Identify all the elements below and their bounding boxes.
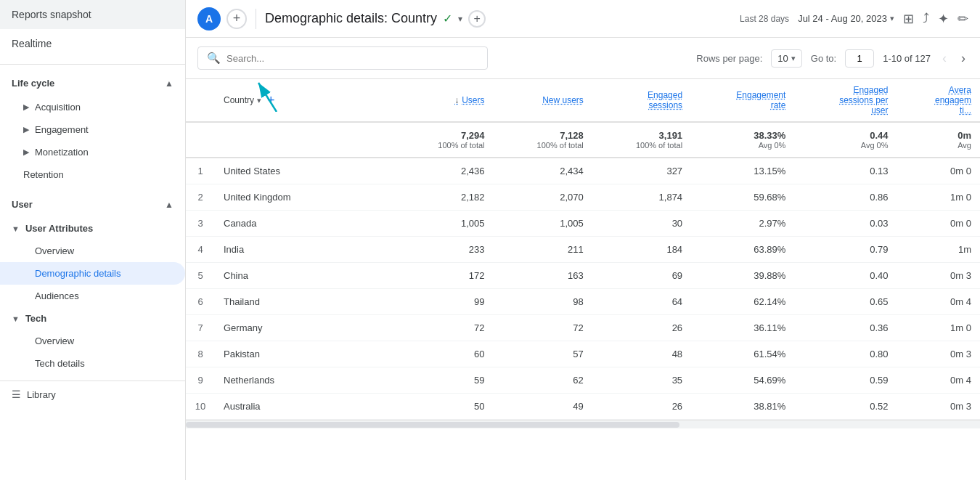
user-attributes-label: User Attributes	[25, 223, 93, 234]
table-toolbar: 🔍 Rows per page: 10 ▾ Go to: 1-10 of 127…	[186, 38, 980, 79]
sidebar-item-tech-overview[interactable]: Overview	[0, 330, 185, 352]
avatar[interactable]: A	[197, 7, 221, 30]
row-engaged-sessions: 26	[592, 394, 691, 420]
row-num: 8	[186, 341, 215, 367]
search-box[interactable]: 🔍	[197, 46, 488, 70]
row-users: 59	[394, 367, 493, 394]
row-users: 1,005	[394, 211, 493, 237]
col-header-engaged-sessions[interactable]: Engaged sessions	[592, 79, 691, 122]
row-users: 233	[394, 237, 493, 263]
row-users: 72	[394, 315, 493, 341]
row-country: Thailand	[215, 289, 394, 315]
row-new-users: 57	[494, 341, 592, 367]
row-new-users: 211	[494, 237, 592, 263]
row-engaged-sessions: 327	[592, 158, 691, 184]
sidebar: Reports snapshot Realtime Life cycle ▲ ▶…	[0, 0, 186, 480]
sidebar-item-retention[interactable]: Retention	[0, 163, 185, 186]
horizontal-scrollbar[interactable]	[186, 420, 980, 428]
col-header-new-users[interactable]: New users	[494, 79, 592, 122]
row-num: 10	[186, 394, 215, 420]
sidebar-item-monetization[interactable]: ▶ Monetization	[0, 141, 185, 163]
table-row: 7 Germany 72 72 26 36.11% 0.36 1m 0	[186, 315, 980, 341]
row-avg-engagement-time: 0m 3	[897, 341, 980, 367]
row-new-users: 2,434	[494, 158, 592, 184]
sidebar-lifecycle-header[interactable]: Life cycle ▲	[0, 70, 185, 96]
title-dropdown-icon[interactable]: ▾	[458, 14, 462, 24]
scrollbar-thumb[interactable]	[186, 422, 679, 428]
topbar: A + Demographic details: Country ✓ ▾ + L…	[186, 0, 980, 38]
search-input[interactable]	[226, 53, 478, 64]
prev-page-button[interactable]: ‹	[939, 49, 950, 68]
col-header-country-name[interactable]: Country ▾ +	[215, 79, 394, 122]
share-icon[interactable]: ⤴	[923, 11, 929, 26]
insights-icon[interactable]: ✦	[938, 11, 949, 27]
sidebar-item-engagement[interactable]: ▶ Engagement	[0, 118, 185, 141]
row-engaged-sessions-per-user: 0.59	[794, 367, 897, 394]
rows-per-page-select[interactable]: 10 ▾	[771, 49, 801, 68]
row-avg-engagement-time: 0m 4	[897, 289, 980, 315]
table-row: 1 United States 2,436 2,434 327 13.15% 0…	[186, 158, 980, 184]
totals-engagement-rate: 38.33% Avg 0%	[691, 122, 794, 158]
col-header-users[interactable]: ↓Users	[394, 79, 493, 122]
row-num: 1	[186, 158, 215, 184]
row-num: 2	[186, 184, 215, 211]
rows-per-page-label: Rows per page:	[696, 53, 762, 64]
row-new-users: 2,070	[494, 184, 592, 211]
row-engaged-sessions-per-user: 0.13	[794, 158, 897, 184]
sidebar-item-acquisition[interactable]: ▶ Acquisition	[0, 96, 185, 118]
add-comparison-button[interactable]: +	[226, 9, 247, 29]
svg-line-1	[258, 83, 277, 112]
acquisition-arrow-icon: ▶	[23, 102, 29, 112]
sidebar-user-label: User	[12, 199, 33, 210]
row-num: 6	[186, 289, 215, 315]
edit-icon[interactable]: ✏	[957, 11, 968, 27]
row-num: 4	[186, 237, 215, 263]
col-header-engagement-rate[interactable]: Engagement rate	[691, 79, 794, 122]
sidebar-item-tech-details[interactable]: Tech details	[0, 352, 185, 375]
sidebar-user-header[interactable]: User ▲	[0, 192, 185, 217]
row-num: 7	[186, 315, 215, 341]
sidebar-tech-section[interactable]: ▼ Tech	[0, 307, 185, 330]
sidebar-item-library[interactable]: ☰ Library	[0, 381, 185, 407]
col-header-avg-engagement-time[interactable]: Avera engagem ti...	[897, 79, 980, 122]
chart-view-icon[interactable]: ⊞	[903, 11, 914, 27]
row-engaged-sessions: 26	[592, 315, 691, 341]
row-country: Canada	[215, 211, 394, 237]
row-engaged-sessions-per-user: 0.80	[794, 341, 897, 367]
table-row: 6 Thailand 99 98 64 62.14% 0.65 0m 4	[186, 289, 980, 315]
row-country: Germany	[215, 315, 394, 341]
date-range-picker[interactable]: Jul 24 - Aug 20, 2023 ▾	[798, 13, 894, 24]
col-header-engaged-sessions-per-user[interactable]: Engaged sessions per user	[794, 79, 897, 122]
sidebar-item-realtime[interactable]: Realtime	[0, 29, 185, 58]
sidebar-item-overview[interactable]: Overview	[0, 240, 185, 262]
table-row: 2 United Kingdom 2,182 2,070 1,874 59.68…	[186, 184, 980, 211]
goto-input[interactable]	[845, 49, 874, 68]
row-avg-engagement-time: 0m 0	[897, 158, 980, 184]
sidebar-item-audiences[interactable]: Audiences	[0, 285, 185, 307]
totals-avg-engagement-time: 0m Avg	[897, 122, 980, 158]
verified-icon: ✓	[443, 12, 452, 25]
date-dropdown-icon: ▾	[890, 14, 894, 23]
row-num: 9	[186, 367, 215, 394]
row-new-users: 49	[494, 394, 592, 420]
row-users: 2,436	[394, 158, 493, 184]
library-icon: ☰	[12, 389, 21, 400]
add-metric-button[interactable]: +	[468, 10, 486, 28]
row-avg-engagement-time: 0m 4	[897, 367, 980, 394]
row-users: 172	[394, 263, 493, 289]
row-country: United Kingdom	[215, 184, 394, 211]
row-avg-engagement-time: 0m 3	[897, 394, 980, 420]
row-avg-engagement-time: 0m 3	[897, 263, 980, 289]
row-engaged-sessions: 30	[592, 211, 691, 237]
data-table: Country ▾ +	[186, 79, 980, 420]
sidebar-item-demographic-details[interactable]: Demographic details	[0, 262, 185, 285]
row-new-users: 62	[494, 367, 592, 394]
row-avg-engagement-time: 0m 0	[897, 211, 980, 237]
sidebar-item-reports-snapshot[interactable]: Reports snapshot	[0, 0, 185, 29]
sidebar-user-attributes-section[interactable]: ▼ User Attributes	[0, 217, 185, 240]
table-row: 9 Netherlands 59 62 35 54.69% 0.59 0m 4	[186, 367, 980, 394]
row-users: 50	[394, 394, 493, 420]
next-page-button[interactable]: ›	[958, 49, 968, 68]
row-country: United States	[215, 158, 394, 184]
date-range-value: Jul 24 - Aug 20, 2023	[798, 13, 887, 24]
